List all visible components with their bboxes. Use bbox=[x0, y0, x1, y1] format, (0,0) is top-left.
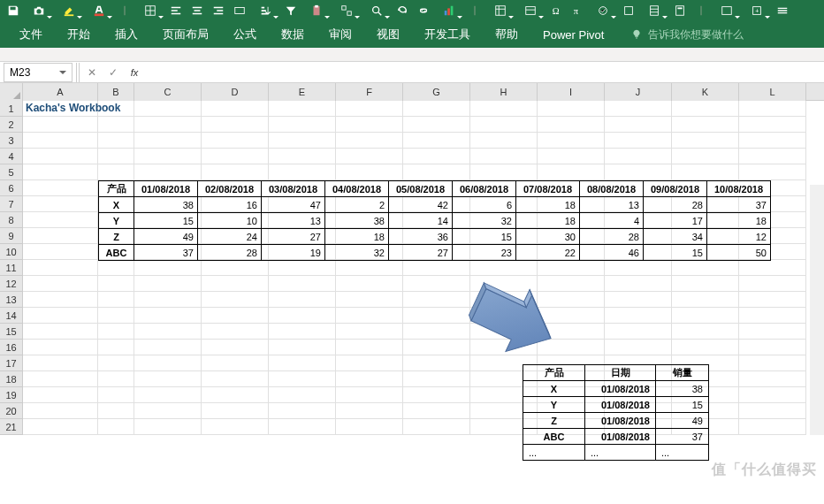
cell[interactable] bbox=[134, 371, 202, 387]
select-all-button[interactable] bbox=[0, 83, 23, 101]
cell[interactable] bbox=[739, 419, 806, 435]
cell[interactable] bbox=[98, 419, 134, 435]
row-header[interactable]: 16 bbox=[0, 340, 23, 355]
cell[interactable] bbox=[269, 164, 336, 180]
cell[interactable] bbox=[98, 117, 134, 133]
cell[interactable] bbox=[739, 403, 806, 419]
cell[interactable] bbox=[23, 292, 98, 308]
cell[interactable] bbox=[23, 324, 98, 340]
cell[interactable] bbox=[739, 276, 806, 292]
cell[interactable] bbox=[134, 276, 202, 292]
sort-icon[interactable] bbox=[251, 2, 279, 19]
cell[interactable] bbox=[98, 308, 134, 324]
cell[interactable] bbox=[23, 340, 98, 355]
cell[interactable] bbox=[739, 324, 806, 340]
cell[interactable] bbox=[269, 260, 336, 276]
tab-data[interactable]: 数据 bbox=[269, 21, 317, 48]
cell[interactable] bbox=[98, 149, 134, 164]
cell[interactable] bbox=[605, 340, 672, 355]
column-header[interactable]: K bbox=[672, 83, 739, 101]
cell[interactable] bbox=[739, 260, 806, 276]
column-header[interactable]: I bbox=[538, 83, 605, 101]
filter-icon[interactable] bbox=[281, 2, 301, 19]
cell[interactable] bbox=[134, 387, 202, 403]
vertical-scrollbar[interactable] bbox=[810, 185, 824, 435]
cell[interactable] bbox=[202, 419, 269, 435]
cell[interactable] bbox=[403, 149, 470, 164]
row-header[interactable]: 21 bbox=[0, 419, 23, 435]
cell[interactable] bbox=[269, 355, 336, 371]
cancel-button[interactable]: ✕ bbox=[81, 63, 103, 82]
tab-view[interactable]: 视图 bbox=[364, 21, 412, 48]
cell[interactable] bbox=[98, 164, 134, 180]
cell[interactable] bbox=[98, 133, 134, 149]
cell[interactable] bbox=[98, 276, 134, 292]
group-icon[interactable] bbox=[619, 2, 638, 19]
row-header[interactable]: 18 bbox=[0, 371, 23, 387]
cell[interactable] bbox=[23, 149, 98, 164]
column-header[interactable]: J bbox=[605, 83, 672, 101]
cell[interactable] bbox=[336, 355, 403, 371]
tell-me-search[interactable]: 告诉我你想要做什么 bbox=[630, 27, 744, 42]
cell[interactable] bbox=[202, 276, 269, 292]
row-header[interactable]: 19 bbox=[0, 387, 23, 403]
column-header[interactable]: F bbox=[336, 83, 403, 101]
link-icon[interactable] bbox=[414, 2, 433, 19]
cell[interactable] bbox=[23, 164, 98, 180]
cell[interactable] bbox=[403, 419, 470, 435]
row-header[interactable]: 8 bbox=[0, 212, 23, 228]
refresh-icon[interactable] bbox=[393, 2, 412, 19]
row-header[interactable]: 15 bbox=[0, 324, 23, 340]
cell[interactable] bbox=[202, 149, 269, 164]
cell[interactable] bbox=[336, 149, 403, 164]
cell[interactable] bbox=[336, 117, 403, 133]
cell[interactable] bbox=[202, 260, 269, 276]
cell[interactable] bbox=[672, 260, 739, 276]
more-icon[interactable] bbox=[773, 2, 792, 19]
column-header[interactable]: H bbox=[470, 83, 538, 101]
cell[interactable] bbox=[23, 371, 98, 387]
cell[interactable] bbox=[202, 117, 269, 133]
highlight-icon[interactable] bbox=[55, 2, 83, 19]
enter-button[interactable]: ✓ bbox=[103, 63, 124, 82]
cell[interactable] bbox=[336, 308, 403, 324]
cell[interactable] bbox=[269, 324, 336, 340]
cell[interactable] bbox=[134, 403, 202, 419]
cell[interactable] bbox=[403, 371, 470, 387]
cell[interactable] bbox=[23, 196, 98, 212]
cell[interactable] bbox=[23, 419, 98, 435]
cell[interactable] bbox=[470, 133, 538, 149]
cell[interactable] bbox=[134, 340, 202, 355]
cell[interactable] bbox=[336, 403, 403, 419]
cell[interactable] bbox=[202, 403, 269, 419]
cell[interactable] bbox=[134, 101, 202, 117]
cell[interactable] bbox=[739, 292, 806, 308]
cell[interactable] bbox=[672, 133, 739, 149]
column-header[interactable]: L bbox=[739, 83, 806, 101]
cell[interactable] bbox=[269, 133, 336, 149]
tab-developer[interactable]: 开发工具 bbox=[412, 21, 483, 48]
cell[interactable] bbox=[336, 133, 403, 149]
cell[interactable] bbox=[336, 340, 403, 355]
row-header[interactable]: 13 bbox=[0, 292, 23, 308]
cell[interactable] bbox=[134, 324, 202, 340]
cell[interactable] bbox=[403, 387, 470, 403]
tab-page-layout[interactable]: 页面布局 bbox=[150, 21, 221, 48]
cell[interactable] bbox=[134, 292, 202, 308]
row-header[interactable]: 5 bbox=[0, 164, 23, 180]
cell[interactable] bbox=[269, 419, 336, 435]
cell[interactable] bbox=[23, 387, 98, 403]
cell[interactable] bbox=[739, 133, 806, 149]
row-header[interactable]: 1 bbox=[0, 101, 23, 117]
column-header[interactable]: B bbox=[98, 83, 134, 101]
cell[interactable] bbox=[98, 324, 134, 340]
cell[interactable] bbox=[134, 117, 202, 133]
cell[interactable] bbox=[202, 324, 269, 340]
cell[interactable] bbox=[23, 180, 98, 196]
cell[interactable] bbox=[538, 117, 605, 133]
cell[interactable] bbox=[605, 164, 672, 180]
cell[interactable] bbox=[23, 308, 98, 324]
row-header[interactable]: 4 bbox=[0, 149, 23, 164]
cell[interactable] bbox=[605, 260, 672, 276]
cell[interactable] bbox=[538, 133, 605, 149]
